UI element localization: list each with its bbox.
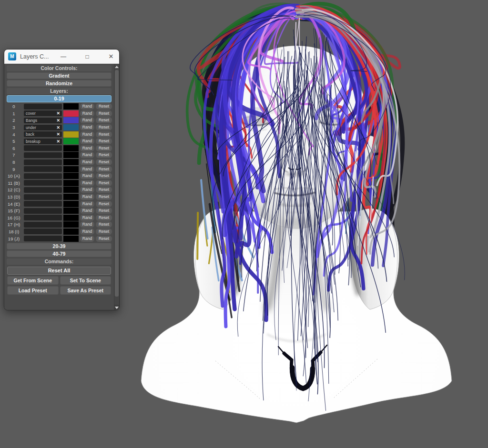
layer-reset-button[interactable]: Reset [96,194,112,200]
layer-rand-button[interactable]: Rand [80,180,94,186]
layer-name-input[interactable] [24,180,62,186]
scroll-up-icon[interactable] [114,64,119,70]
layer-rand-button[interactable]: Rand [80,131,94,138]
layer-reset-button[interactable]: Reset [96,215,112,221]
layer-name-input[interactable]: back ✕ [24,131,62,137]
layer-rand-button[interactable]: Rand [80,229,94,235]
layer-rand-button[interactable]: Rand [80,117,94,123]
layer-rand-button[interactable]: Rand [80,215,94,221]
layer-name-input[interactable] [24,201,62,207]
layer-name-input[interactable]: breakup ✕ [24,139,62,144]
layer-rand-button[interactable]: Rand [80,173,94,179]
layer-rand-button[interactable]: Rand [80,187,94,193]
layer-reset-button[interactable]: Reset [96,201,112,207]
layer-reset-button[interactable]: Reset [96,110,112,117]
layer-name-input[interactable] [24,166,62,172]
reset-all-button[interactable]: Reset All [7,267,111,275]
layer-reset-button[interactable]: Reset [96,145,112,151]
randomize-button[interactable]: Randomize [7,80,112,87]
layer-reset-button[interactable]: Reset [96,180,112,186]
layer-rand-button[interactable]: Rand [80,208,94,214]
range-button-20-39[interactable]: 20-39 [7,243,112,249]
layer-color-swatch[interactable] [63,221,79,228]
clear-name-icon[interactable]: ✕ [56,125,60,130]
range-button-40-79[interactable]: 40-79 [7,250,112,257]
layer-color-swatch[interactable] [63,117,79,123]
layer-name-input[interactable]: Bangs ✕ [24,118,62,123]
layer-reset-button[interactable]: Reset [96,138,112,144]
clear-name-icon[interactable]: ✕ [56,131,60,137]
layer-name-input[interactable] [24,229,62,234]
layer-name-input[interactable]: under ✕ [24,125,62,130]
clear-name-icon[interactable]: ✕ [56,118,60,123]
layer-name-input[interactable] [24,194,62,200]
layer-reset-button[interactable]: Reset [96,173,112,179]
layer-name-input[interactable] [24,104,62,110]
clear-name-icon[interactable]: ✕ [56,110,60,116]
layer-name-input[interactable] [24,208,62,214]
layer-name-input[interactable] [24,215,62,220]
layer-rand-button[interactable]: Rand [80,194,94,200]
gradient-button[interactable]: Gradient [7,72,112,79]
layer-name-input[interactable] [24,152,62,158]
layer-name-input[interactable] [24,173,62,179]
layer-color-swatch[interactable] [63,236,79,242]
layer-color-swatch[interactable] [63,208,79,214]
layer-color-swatch[interactable] [63,124,79,130]
layer-name-input[interactable] [24,145,62,151]
layer-name-input[interactable] [24,159,62,165]
layer-reset-button[interactable]: Reset [96,117,112,123]
layer-rand-button[interactable]: Rand [80,124,94,130]
layer-color-swatch[interactable] [63,138,79,144]
maximize-button[interactable]: □ [83,50,92,64]
layer-rand-button[interactable]: Rand [80,152,94,158]
save-as-preset-button[interactable]: Save As Preset [60,286,112,295]
layer-reset-button[interactable]: Reset [96,208,112,214]
layer-reset-button[interactable]: Reset [96,229,112,235]
layer-color-swatch[interactable] [63,187,79,193]
layer-rand-button[interactable]: Rand [80,159,94,165]
minimize-button[interactable]: — [59,50,68,64]
layer-color-swatch[interactable] [63,159,79,165]
layer-color-swatch[interactable] [63,103,79,110]
set-to-scene-button[interactable]: Set To Scene [60,276,112,285]
layer-reset-button[interactable]: Reset [96,103,112,110]
layer-color-swatch[interactable] [63,215,79,221]
layer-color-swatch[interactable] [63,110,79,117]
layer-rand-button[interactable]: Rand [80,221,94,228]
layer-reset-button[interactable]: Reset [96,187,112,193]
layer-color-swatch[interactable] [63,166,79,172]
scrollbar-thumb[interactable] [115,70,119,297]
layer-reset-button[interactable]: Reset [96,131,112,138]
layer-reset-button[interactable]: Reset [96,159,112,165]
layer-rand-button[interactable]: Rand [80,110,94,117]
layer-color-swatch[interactable] [63,145,79,151]
get-from-scene-button[interactable]: Get From Scene [7,276,59,285]
layer-reset-button[interactable]: Reset [96,236,112,242]
load-preset-button[interactable]: Load Preset [7,286,59,295]
layer-reset-button[interactable]: Reset [96,124,112,130]
layer-reset-button[interactable]: Reset [96,152,112,158]
layer-rand-button[interactable]: Rand [80,166,94,172]
layer-rand-button[interactable]: Rand [80,103,94,110]
layer-color-swatch[interactable] [63,152,79,158]
layer-reset-button[interactable]: Reset [96,166,112,172]
layer-rand-button[interactable]: Rand [80,138,94,144]
layer-rand-button[interactable]: Rand [80,145,94,151]
layer-color-swatch[interactable] [63,194,79,200]
layer-color-swatch[interactable] [63,201,79,207]
layer-name-input[interactable]: cover ✕ [24,110,62,116]
layer-rand-button[interactable]: Rand [80,201,94,207]
clear-name-icon[interactable]: ✕ [56,139,60,144]
layer-rand-button[interactable]: Rand [80,236,94,242]
close-button[interactable]: ✕ [107,50,115,64]
layer-name-input[interactable] [24,222,62,228]
layer-color-swatch[interactable] [63,229,79,235]
panel-scrollbar[interactable] [114,64,119,310]
layer-color-swatch[interactable] [63,180,79,186]
layer-name-input[interactable] [24,187,62,193]
range-tab-0-19[interactable]: 0-19 [7,95,112,102]
layer-color-swatch[interactable] [63,131,79,138]
layer-reset-button[interactable]: Reset [96,221,112,228]
window-titlebar[interactable]: M Layers C... — □ ✕ [4,50,119,64]
